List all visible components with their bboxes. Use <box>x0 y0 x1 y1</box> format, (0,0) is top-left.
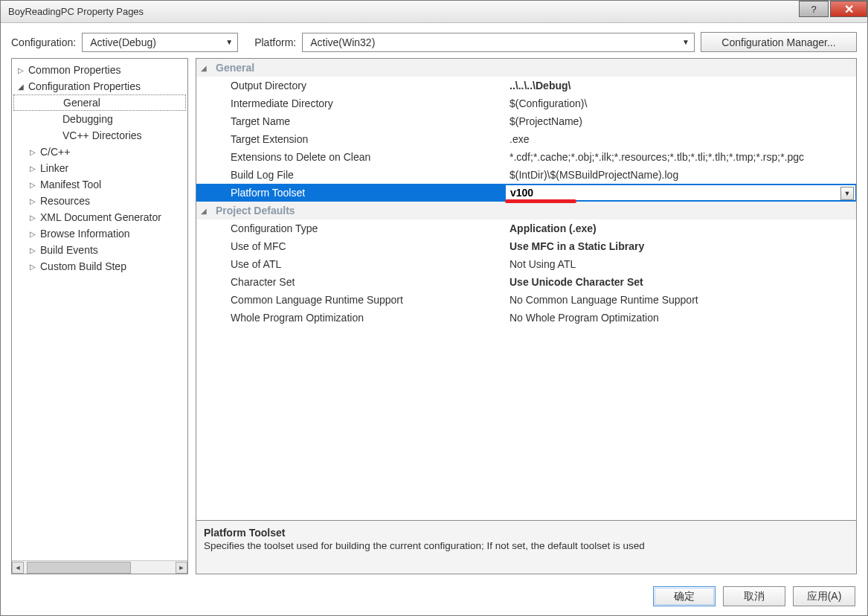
expand-icon[interactable]: ▷ <box>30 214 40 222</box>
prop-group-label: General <box>211 62 505 74</box>
tree-item-label: Build Events <box>40 244 98 256</box>
tree-item-vc-directories[interactable]: VC++ Directories <box>13 127 186 144</box>
tree-item-browse-information[interactable]: ▷Browse Information <box>13 225 186 242</box>
prop-label: Intermediate Directory <box>211 97 505 109</box>
prop-value[interactable]: $(Configuration)\ <box>505 97 856 109</box>
prop-label: Extensions to Delete on Clean <box>211 151 505 163</box>
configuration-combo[interactable]: Active(Debug) ▼ <box>82 33 238 52</box>
tree-item-configuration-properties[interactable]: ◢Configuration Properties <box>13 78 186 94</box>
prop-label: Platform Toolset <box>211 187 505 199</box>
scroll-track[interactable] <box>24 562 176 574</box>
prop-group-label: Project Defaults <box>211 205 505 216</box>
tree-item-xml-document-generator[interactable]: ▷XML Document Generator <box>13 209 186 225</box>
prop-label: Target Extension <box>211 133 505 145</box>
expand-icon[interactable]: ▷ <box>30 246 40 254</box>
collapse-icon[interactable]: ◢ <box>196 207 211 215</box>
category-tree[interactable]: ▷Common Properties◢Configuration Propert… <box>12 59 187 560</box>
prop-row-target-name[interactable]: Target Name$(ProjectName) <box>196 112 856 130</box>
prop-value-text: Not Using ATL <box>509 258 576 270</box>
tree-item-debugging[interactable]: Debugging <box>13 111 186 127</box>
expand-icon[interactable]: ▷ <box>30 164 40 173</box>
scroll-right-icon[interactable]: ► <box>176 562 187 574</box>
prop-row-output-directory[interactable]: Output Directory..\..\..\Debug\ <box>196 77 856 94</box>
expand-icon[interactable]: ▷ <box>30 230 40 238</box>
prop-row-configuration-type[interactable]: Configuration TypeApplication (.exe) <box>196 219 856 237</box>
prop-label: Character Set <box>211 276 505 288</box>
prop-value-text: $(Configuration)\ <box>509 97 587 109</box>
prop-row-build-log-file[interactable]: Build Log File$(IntDir)\$(MSBuildProject… <box>196 166 856 184</box>
category-tree-panel: ▷Common Properties◢Configuration Propert… <box>11 58 188 574</box>
apply-button[interactable]: 应用(A) <box>793 586 855 606</box>
scroll-left-icon[interactable]: ◄ <box>12 562 24 574</box>
chevron-down-icon[interactable]: ▼ <box>840 187 854 200</box>
body: ▷Common Properties◢Configuration Propert… <box>1 58 867 579</box>
scroll-thumb[interactable] <box>27 562 131 574</box>
prop-value[interactable]: .exe <box>505 133 856 145</box>
configuration-label: Configuration: <box>11 36 76 48</box>
prop-row-extensions-to-delete-on-clean[interactable]: Extensions to Delete on Clean*.cdf;*.cac… <box>196 148 856 166</box>
property-grid[interactable]: ◢GeneralOutput Directory..\..\..\Debug\I… <box>196 59 856 520</box>
tree-item-label: General <box>63 97 100 109</box>
prop-value[interactable]: *.cdf;*.cache;*.obj;*.ilk;*.resources;*.… <box>505 151 856 163</box>
window-title: BoyReadingPC Property Pages <box>8 6 144 17</box>
tree-item-label: Common Properties <box>28 64 121 76</box>
prop-value[interactable]: No Common Language Runtime Support <box>505 294 856 306</box>
expand-icon[interactable]: ▷ <box>30 263 40 271</box>
prop-value[interactable]: Use Unicode Character Set <box>505 276 856 288</box>
prop-value[interactable]: ..\..\..\Debug\ <box>505 80 856 92</box>
tree-item-c-c-[interactable]: ▷C/C++ <box>13 144 186 160</box>
prop-label: Common Language Runtime Support <box>211 294 505 306</box>
prop-row-use-of-mfc[interactable]: Use of MFCUse MFC in a Static Library <box>196 237 856 255</box>
tree-item-label: C/C++ <box>40 146 70 158</box>
platform-combo[interactable]: Active(Win32) ▼ <box>302 33 695 52</box>
cancel-button[interactable]: 取消 <box>723 586 785 606</box>
prop-label: Use of MFC <box>211 240 505 252</box>
prop-row-common-language-runtime-support[interactable]: Common Language Runtime SupportNo Common… <box>196 291 856 309</box>
prop-value[interactable]: v100▼ <box>505 185 856 201</box>
expand-icon[interactable]: ▷ <box>30 197 40 205</box>
description-text: Specifies the toolset used for building … <box>204 540 849 551</box>
tree-item-label: Custom Build Step <box>40 260 126 272</box>
expand-icon[interactable]: ◢ <box>18 83 28 91</box>
prop-value[interactable]: $(IntDir)\$(MSBuildProjectName).log <box>505 169 856 181</box>
platform-value: Active(Win32) <box>310 36 375 48</box>
close-button[interactable]: ✕ <box>830 1 867 17</box>
expand-icon[interactable]: ▷ <box>30 181 40 189</box>
prop-value[interactable]: No Whole Program Optimization <box>505 312 856 324</box>
prop-value-text: v100 <box>510 187 533 199</box>
prop-value-text: $(ProjectName) <box>509 115 582 127</box>
prop-row-target-extension[interactable]: Target Extension.exe <box>196 130 856 148</box>
prop-value[interactable]: Not Using ATL <box>505 258 856 270</box>
configuration-manager-button[interactable]: Configuration Manager... <box>701 32 857 52</box>
tree-item-build-events[interactable]: ▷Build Events <box>13 242 186 258</box>
prop-group-general[interactable]: ◢General <box>196 59 856 77</box>
tree-item-general[interactable]: General <box>13 94 186 111</box>
tree-item-custom-build-step[interactable]: ▷Custom Build Step <box>13 258 186 275</box>
prop-label: Build Log File <box>211 169 505 181</box>
help-button[interactable]: ? <box>799 1 829 17</box>
prop-value[interactable]: Use MFC in a Static Library <box>505 240 856 252</box>
titlebar: BoyReadingPC Property Pages ? ✕ <box>1 1 867 23</box>
chevron-down-icon: ▼ <box>225 38 233 46</box>
tree-item-resources[interactable]: ▷Resources <box>13 193 186 209</box>
expand-icon[interactable]: ▷ <box>30 148 40 156</box>
prop-value[interactable]: Application (.exe) <box>505 222 856 234</box>
prop-row-character-set[interactable]: Character SetUse Unicode Character Set <box>196 273 856 291</box>
prop-row-whole-program-optimization[interactable]: Whole Program OptimizationNo Whole Progr… <box>196 309 856 327</box>
tree-item-label: Browse Information <box>40 228 130 240</box>
prop-row-intermediate-directory[interactable]: Intermediate Directory$(Configuration)\ <box>196 94 856 112</box>
prop-row-use-of-atl[interactable]: Use of ATLNot Using ATL <box>196 255 856 273</box>
prop-value-text: Use MFC in a Static Library <box>509 240 644 252</box>
collapse-icon[interactable]: ◢ <box>196 64 211 72</box>
prop-group-project-defaults[interactable]: ◢Project Defaults <box>196 202 856 219</box>
ok-button[interactable]: 确定 <box>653 586 716 606</box>
prop-label: Target Name <box>211 115 505 127</box>
tree-item-common-properties[interactable]: ▷Common Properties <box>13 62 186 78</box>
tree-item-label: Linker <box>40 162 68 174</box>
tree-item-label: Debugging <box>62 113 113 125</box>
tree-item-manifest-tool[interactable]: ▷Manifest Tool <box>13 176 186 193</box>
horizontal-scrollbar[interactable]: ◄ ► <box>12 560 187 574</box>
tree-item-linker[interactable]: ▷Linker <box>13 160 186 176</box>
prop-value[interactable]: $(ProjectName) <box>505 115 856 127</box>
expand-icon[interactable]: ▷ <box>18 66 28 74</box>
